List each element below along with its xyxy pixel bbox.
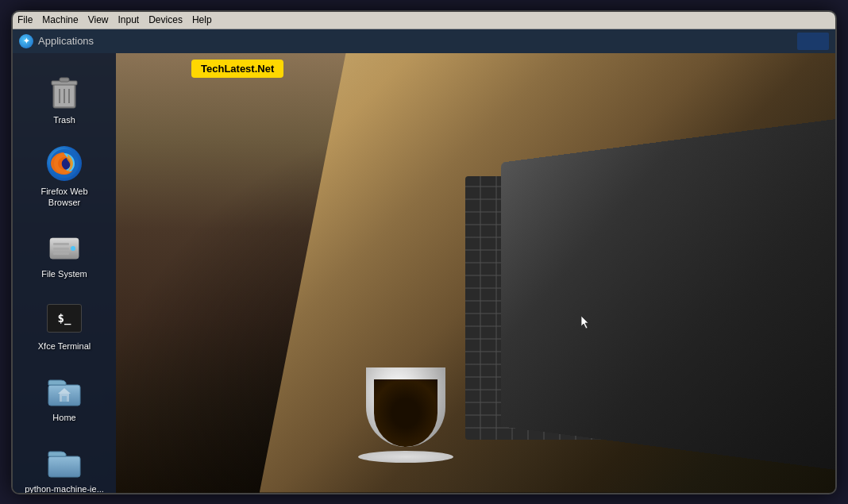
guest-os: ✦ Applications TechLatest.Net	[13, 29, 835, 493]
python-folder-label: python-machine-ie...	[25, 483, 104, 492]
svg-rect-19	[62, 396, 67, 402]
terminal-label: Xfce Terminal	[38, 340, 91, 352]
python-folder-icon-item[interactable]: python-machine-ie...	[17, 434, 111, 492]
trash-icon-item[interactable]: Trash	[17, 65, 111, 133]
terminal-icon: $_	[45, 299, 83, 337]
firefox-icon	[45, 144, 83, 183]
filesystem-label: File System	[41, 268, 87, 279]
applications-label[interactable]: Applications	[38, 35, 94, 47]
menu-input[interactable]: Input	[118, 14, 140, 25]
svg-point-15	[71, 246, 75, 251]
guest-topbar: ✦ Applications	[13, 29, 835, 53]
coffee-cup-body	[366, 367, 445, 447]
svg-rect-12	[53, 243, 69, 245]
topbar-right-widget	[797, 33, 829, 50]
vm-window: File Machine View Input Devices Help ✦ A…	[11, 10, 837, 494]
firefox-label: Firefox Web Browser	[24, 186, 105, 209]
home-label: Home	[52, 412, 75, 423]
menu-devices[interactable]: Devices	[148, 14, 183, 25]
svg-rect-13	[53, 248, 69, 250]
svg-rect-14	[53, 252, 69, 255]
keyboard-overlay	[465, 176, 835, 440]
svg-rect-6	[60, 78, 69, 82]
desktop: TechLatest.Net	[13, 53, 835, 493]
filesystem-icon-item[interactable]: File System	[17, 219, 111, 287]
mouse-cursor	[580, 315, 590, 329]
desktop-background	[13, 53, 835, 493]
desktop-sidebar: Trash	[13, 53, 116, 493]
xfce-icon: ✦	[19, 34, 33, 48]
menu-help[interactable]: Help	[192, 14, 212, 25]
home-icon	[45, 371, 83, 409]
coffee-cup-decoration	[358, 367, 453, 471]
python-folder-icon	[45, 442, 83, 480]
svg-rect-20	[48, 456, 80, 477]
filesystem-icon	[45, 227, 83, 265]
watermark-badge: TechLatest.Net	[191, 60, 283, 78]
terminal-icon-item[interactable]: $_ Xfce Terminal	[17, 291, 111, 360]
terminal-icon-visual: $_	[47, 304, 82, 333]
topbar-left: ✦ Applications	[19, 34, 94, 48]
home-icon-item[interactable]: Home	[17, 363, 111, 431]
menu-file[interactable]: File	[17, 14, 33, 25]
menu-machine[interactable]: Machine	[42, 14, 78, 25]
menu-view[interactable]: View	[88, 14, 109, 25]
trash-label: Trash	[53, 114, 75, 125]
host-menubar: File Machine View Input Devices Help	[13, 12, 835, 29]
firefox-icon-item[interactable]: Firefox Web Browser	[17, 137, 111, 217]
coffee-cup-saucer	[358, 451, 453, 463]
trash-icon	[45, 73, 83, 111]
